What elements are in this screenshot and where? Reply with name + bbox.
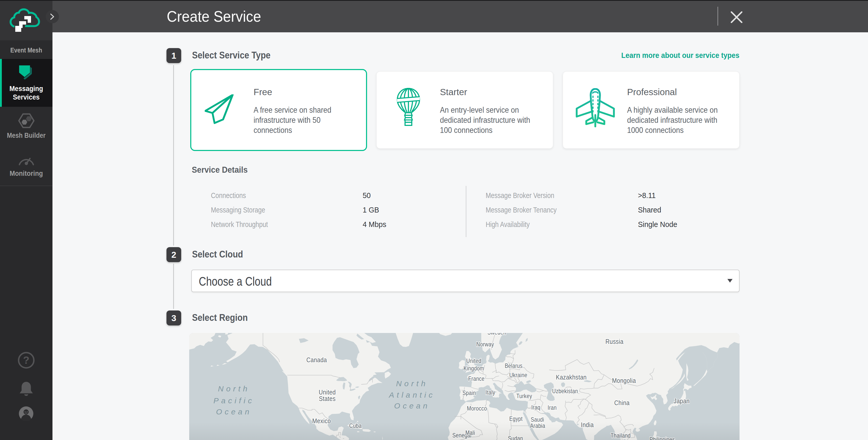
svg-text:France: France xyxy=(468,376,485,382)
svg-text:Belarus: Belarus xyxy=(505,363,523,370)
svg-text:Morocco: Morocco xyxy=(467,405,487,412)
svg-text:Ocean: Ocean xyxy=(394,402,430,410)
svg-text:Iran: Iran xyxy=(548,405,557,411)
svg-text:?: ? xyxy=(23,354,29,366)
svg-text:Pacific: Pacific xyxy=(214,396,254,405)
svg-text:Egypt: Egypt xyxy=(509,416,523,422)
svg-text:States: States xyxy=(319,395,336,402)
svg-text:Canada: Canada xyxy=(306,356,327,364)
svg-text:Italy: Italy xyxy=(486,389,495,396)
svg-text:North: North xyxy=(218,384,250,393)
svg-text:Iraq: Iraq xyxy=(531,404,540,411)
svg-text:Japan: Japan xyxy=(674,397,690,405)
svg-text:Spain: Spain xyxy=(462,390,476,397)
svg-text:North: North xyxy=(396,379,428,388)
svg-text:Sweden: Sweden xyxy=(488,333,506,336)
svg-text:United: United xyxy=(466,358,482,365)
svg-text:Turkey: Turkey xyxy=(516,393,532,400)
svg-text:Ukraine: Ukraine xyxy=(509,372,527,379)
svg-text:Norway: Norway xyxy=(476,341,494,348)
svg-text:Russia: Russia xyxy=(606,338,623,345)
svg-text:Atlantic: Atlantic xyxy=(389,390,435,399)
svg-text:Kingdom: Kingdom xyxy=(463,365,484,372)
svg-text:China: China xyxy=(614,399,630,406)
svg-text:Kazakhstan: Kazakhstan xyxy=(556,373,587,381)
svg-text:Uzbekistan: Uzbekistan xyxy=(552,388,578,395)
svg-text:Mongolia: Mongolia xyxy=(612,377,636,384)
svg-text:Ocean: Ocean xyxy=(216,407,252,416)
